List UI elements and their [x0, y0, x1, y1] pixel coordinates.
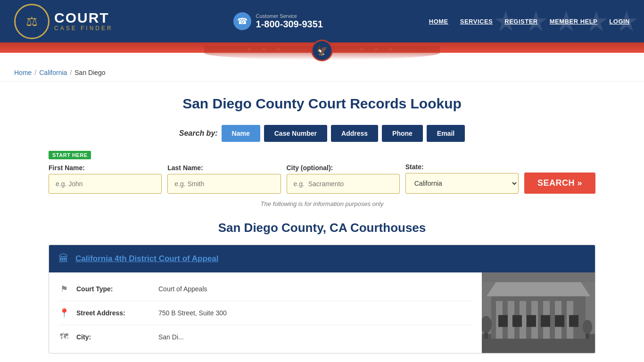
logo-icon: ⚖ — [26, 14, 38, 29]
svg-point-21 — [583, 320, 592, 334]
svg-marker-10 — [487, 282, 590, 296]
nav-login[interactable]: LOGIN — [609, 18, 630, 25]
logo-badge: ⚖ — [14, 4, 50, 39]
courthouse-header: 🏛 California 4th District Court of Appea… — [49, 245, 595, 272]
city-detail-value: San Di... — [158, 333, 184, 341]
logo-court-text: COURT — [54, 11, 113, 25]
page-title: San Diego County Court Records Lookup — [49, 96, 595, 112]
logo-area: ⚖ COURT CASE FINDER — [14, 4, 113, 39]
court-type-row: ⚑ Court Type: Court of Appeals — [58, 277, 472, 301]
phone-number: 1-800-309-9351 — [256, 19, 323, 30]
last-name-input[interactable] — [167, 174, 281, 194]
first-name-group: First Name: — [49, 164, 162, 194]
search-by-label: Search by: — [179, 129, 218, 138]
search-by-row: Search by: Name Case Number Address Phon… — [49, 125, 595, 142]
info-note: The following is for information purpose… — [49, 200, 595, 207]
city-icon: 🗺 — [58, 332, 70, 342]
search-button[interactable]: SEARCH » — [524, 173, 595, 194]
main-nav: HOME SERVICES REGISTER MEMBER HELP LOGIN — [429, 18, 630, 25]
courthouse-name-link[interactable]: California 4th District Court of Appeal — [75, 254, 219, 263]
first-name-input[interactable] — [49, 174, 162, 194]
tab-case-number[interactable]: Case Number — [264, 125, 327, 142]
breadcrumb-state[interactable]: California — [39, 69, 67, 76]
svg-rect-16 — [569, 315, 578, 327]
tab-name[interactable]: Name — [222, 125, 260, 142]
city-input[interactable] — [287, 174, 400, 194]
court-type-value: Court of Appeals — [158, 285, 207, 293]
svg-rect-12 — [512, 315, 522, 327]
courthouses-title: San Diego County, CA Courthouses — [49, 221, 595, 235]
nav-services[interactable]: SERVICES — [460, 18, 493, 25]
courthouse-card: 🏛 California 4th District Court of Appea… — [49, 245, 595, 354]
nav-member-help[interactable]: MEMBER HELP — [550, 18, 598, 25]
city-row: 🗺 City: San Di... — [58, 325, 472, 348]
city-label: City (optional): — [287, 164, 400, 172]
state-select[interactable]: AlabamaAlaskaArizonaArkansasCaliforniaCo… — [405, 173, 519, 194]
breadcrumb-county: San Diego — [74, 69, 105, 76]
state-group: State: AlabamaAlaskaArizonaArkansasCalif… — [405, 163, 519, 194]
phone-label: Customer Service — [256, 13, 323, 19]
svg-rect-14 — [541, 315, 550, 327]
phone-icon: ☎ — [233, 12, 251, 30]
breadcrumb-wrapper: Home / California / San Diego — [0, 64, 644, 82]
court-type-label: Court Type: — [76, 285, 152, 293]
breadcrumb-sep-1: / — [34, 69, 36, 76]
phone-details: Customer Service 1-800-309-9351 — [256, 13, 323, 30]
logo-text-area: COURT CASE FINDER — [54, 11, 113, 32]
tab-address[interactable]: Address — [331, 125, 378, 142]
nav-home[interactable]: HOME — [429, 18, 448, 25]
breadcrumb-bar: Home / California / San Diego — [0, 64, 644, 82]
courthouse-body: ⚑ Court Type: Court of Appeals 📍 Street … — [49, 272, 595, 353]
street-row: 📍 Street Address: 750 B Street, Suite 30… — [58, 301, 472, 325]
phone-area: ☎ Customer Service 1-800-309-9351 — [233, 12, 323, 30]
svg-rect-17 — [482, 273, 595, 282]
courthouse-details: ⚑ Court Type: Court of Appeals 📍 Street … — [49, 272, 482, 353]
logo-sub-text: CASE FINDER — [54, 25, 113, 32]
svg-rect-11 — [498, 315, 508, 327]
tab-phone[interactable]: Phone — [382, 125, 423, 142]
last-name-group: Last Name: — [167, 164, 281, 194]
city-group: City (optional): — [287, 164, 400, 194]
svg-rect-15 — [555, 315, 564, 327]
start-here-badge: START HERE — [49, 151, 91, 159]
breadcrumb-home[interactable]: Home — [14, 69, 32, 76]
banner-arc: 🦅 ★ ★ ★ ★ ★ ★ — [0, 42, 644, 53]
city-detail-label: City: — [76, 333, 152, 341]
court-type-icon: ⚑ — [58, 284, 70, 294]
site-header: ★ ★ ★ ★ ★ ⚖ COURT CASE FINDER ☎ Customer… — [0, 0, 644, 42]
location-icon: 📍 — [58, 308, 70, 318]
state-label: State: — [405, 163, 519, 171]
breadcrumb-sep-2: / — [70, 69, 72, 76]
first-name-label: First Name: — [49, 164, 162, 172]
breadcrumb: Home / California / San Diego — [14, 69, 630, 76]
nav-register[interactable]: REGISTER — [504, 18, 537, 25]
street-label: Street Address: — [76, 309, 152, 317]
courthouse-building-icon: 🏛 — [58, 253, 69, 265]
street-value: 750 B Street, Suite 300 — [158, 309, 227, 317]
main-content: San Diego County Court Records Lookup Se… — [39, 82, 605, 362]
last-name-label: Last Name: — [167, 164, 281, 172]
tab-email[interactable]: Email — [427, 125, 465, 142]
svg-rect-13 — [527, 315, 536, 327]
courthouse-image — [482, 272, 595, 353]
eagle-icon: 🦅 — [311, 40, 333, 61]
search-form: First Name: Last Name: City (optional): … — [49, 163, 595, 194]
